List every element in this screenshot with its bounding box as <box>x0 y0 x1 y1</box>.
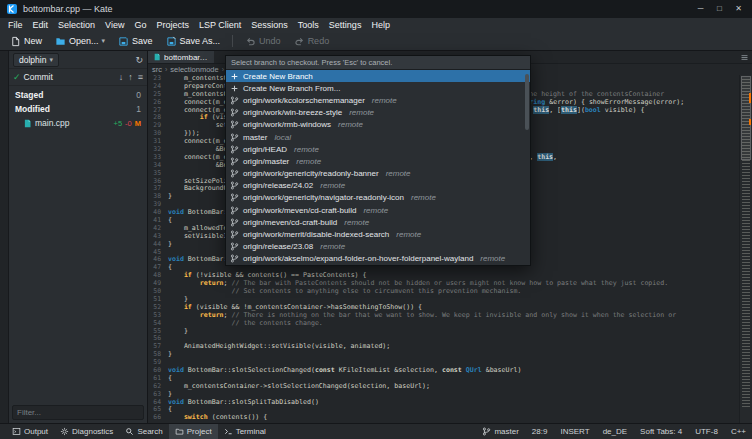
git-additions-badge: +5 <box>114 119 123 128</box>
branch-item-label: origin/HEAD <box>243 145 287 154</box>
branch-item-label: origin/work/rmb-windows <box>243 120 331 129</box>
chevron-right-icon: › <box>165 66 167 73</box>
menu-item-file[interactable]: File <box>3 18 28 32</box>
popup-scrollbar[interactable] <box>525 72 529 262</box>
filter-input[interactable]: Filter... <box>12 405 144 420</box>
git-branch-icon <box>230 242 239 251</box>
branch-item[interactable]: origin/work/win-breeze-styleremote <box>226 107 530 119</box>
git-section-count: 1 <box>136 104 141 114</box>
git-branch-status[interactable]: master <box>482 427 518 436</box>
branch-item-type: remote <box>411 193 436 202</box>
toolbar-button-label: Undo <box>259 36 281 46</box>
minimap-scrollbar[interactable] <box>739 75 752 423</box>
undo-icon <box>245 36 256 47</box>
branch-item-type: remote <box>480 254 505 263</box>
line-numbers-gutter[interactable]: 2324252627282930313233343536373839404142… <box>148 75 165 423</box>
toolbar-separator <box>232 35 233 47</box>
branch-item[interactable]: origin/work/meven/cd-craft-buildremote <box>226 204 530 216</box>
branch-item[interactable]: origin/release/24.02remote <box>226 180 530 192</box>
toolbar-button-new[interactable]: New <box>4 33 48 50</box>
branch-item[interactable]: origin/work/genericity/navigator-readonl… <box>226 192 530 204</box>
git-branch-icon <box>230 181 239 190</box>
branch-item-label: origin/meven/cd-craft-build <box>243 218 337 227</box>
code-line: } <box>168 351 752 359</box>
cursor-position[interactable]: 28:9 <box>532 427 548 436</box>
statusbar-segment-label: Soft Tabs: 4 <box>640 427 682 436</box>
branch-item[interactable]: origin/release/23.08remote <box>226 241 530 253</box>
maximize-button[interactable]: □ <box>710 0 729 18</box>
branch-item[interactable]: origin/masterremote <box>226 155 530 167</box>
filter-placeholder: Filter... <box>17 408 41 417</box>
project-selector[interactable]: dolphin ▾ <box>13 53 59 67</box>
menu-item-view[interactable]: View <box>100 18 129 32</box>
branch-item[interactable]: masterlocal <box>226 131 530 143</box>
toolbar-button-undo[interactable]: Undo <box>239 33 287 50</box>
branch-item[interactable]: origin/work/genericity/readonly-bannerre… <box>226 168 530 180</box>
branch-item[interactable]: origin/meven/cd-craft-buildremote <box>226 216 530 228</box>
folder-open-icon <box>55 36 66 47</box>
syntax-mode[interactable]: C++ <box>731 427 746 436</box>
minimize-button[interactable]: ─ <box>691 0 710 18</box>
git-section-modified[interactable]: Modified1 <box>9 102 147 116</box>
git-file-name: main.cpp <box>35 118 70 128</box>
git-push-icon[interactable]: ↑ <box>128 72 133 82</box>
input-mode[interactable]: INSERT <box>560 427 589 436</box>
menu-item-settings[interactable]: Settings <box>324 18 367 32</box>
menu-item-lsp-client[interactable]: LSP Client <box>194 18 246 32</box>
menu-item-sessions[interactable]: Sessions <box>246 18 293 32</box>
branch-item[interactable]: origin/work/akselmo/expand-folder-on-hov… <box>226 253 530 265</box>
terminal-icon <box>224 427 233 436</box>
toolview-button-output[interactable]: Output <box>6 424 54 439</box>
menu-item-tools[interactable]: Tools <box>293 18 324 32</box>
branch-item[interactable]: origin/work/rmb-windowsremote <box>226 119 530 131</box>
toolbar-button-open-[interactable]: Open...▾ <box>49 33 111 50</box>
commit-button-label: Commit <box>24 72 53 82</box>
branch-item[interactable]: origin/work/kcolorschememanagerremote <box>226 94 530 106</box>
code-line: m_contentsContainer->slotSelectionChange… <box>168 383 752 391</box>
modified-line-mark <box>749 93 751 103</box>
create-new-branch-item[interactable]: Create New Branch <box>226 70 530 82</box>
git-pull-icon[interactable]: ↓ <box>119 72 124 82</box>
tab-bottombar-cpp[interactable]: bottombar.cpp <box>148 51 214 63</box>
toolbar-button-label: Save <box>132 36 153 46</box>
branch-search-input[interactable]: Select branch to checkout. Press 'Esc' t… <box>226 56 530 70</box>
menu-item-help[interactable]: Help <box>366 18 395 32</box>
hamburger-menu-icon[interactable]: ≡ <box>138 72 143 82</box>
toolview-button-diagnostics[interactable]: Diagnostics <box>54 424 119 439</box>
toolview-button-label: Output <box>24 427 48 436</box>
documents-list-button[interactable] <box>737 51 752 63</box>
menu-item-projects[interactable]: Projects <box>151 18 194 32</box>
branch-item[interactable]: origin/HEADremote <box>226 143 530 155</box>
toolview-button-project[interactable]: Project <box>169 424 218 439</box>
toolbar-button-label: Save As... <box>180 36 221 46</box>
menu-item-edit[interactable]: Edit <box>28 18 54 32</box>
menu-item-go[interactable]: Go <box>129 18 151 32</box>
git-file-row[interactable]: main.cpp+5-0M <box>9 116 147 130</box>
tab-settings[interactable]: Soft Tabs: 4 <box>640 427 682 436</box>
toolbar-button-save-as-[interactable]: Save As... <box>160 33 227 50</box>
create-new-branch-item[interactable]: Create New Branch From... <box>226 82 530 94</box>
toolbar-button-redo[interactable]: Redo <box>288 33 336 50</box>
git-section-count: 0 <box>136 90 141 100</box>
code-line: // the contents change. <box>168 320 752 328</box>
refresh-icon[interactable]: ↻ <box>135 55 143 65</box>
toolview-button-search[interactable]: Search <box>119 424 168 439</box>
toolbar-button-label: Open... <box>69 36 99 46</box>
breadcrumb-item-src[interactable]: src <box>152 65 162 74</box>
branch-item[interactable]: origin/work/merrit/disable-indexed-searc… <box>226 228 530 240</box>
breadcrumb-item-selectionmode[interactable]: selectionmode <box>170 65 218 74</box>
toolbar-button-label: Redo <box>308 36 330 46</box>
menu-item-selection[interactable]: Selection <box>53 18 100 32</box>
dictionary[interactable]: de_DE <box>603 427 627 436</box>
git-status-badge: M <box>135 119 141 128</box>
git-status-list: Staged0Modified1main.cpp+5-0M <box>9 86 147 402</box>
toolview-button-terminal[interactable]: Terminal <box>218 424 272 439</box>
encoding[interactable]: UTF-8 <box>695 427 718 436</box>
close-button[interactable]: ✕ <box>729 0 748 18</box>
popup-scrollbar-thumb[interactable] <box>525 74 529 130</box>
commit-button[interactable]: ✓ Commit <box>13 72 53 82</box>
toolbar-button-save[interactable]: Save <box>112 33 159 50</box>
plus-icon <box>230 72 239 81</box>
code-line: } <box>168 328 752 336</box>
git-section-staged[interactable]: Staged0 <box>9 88 147 102</box>
